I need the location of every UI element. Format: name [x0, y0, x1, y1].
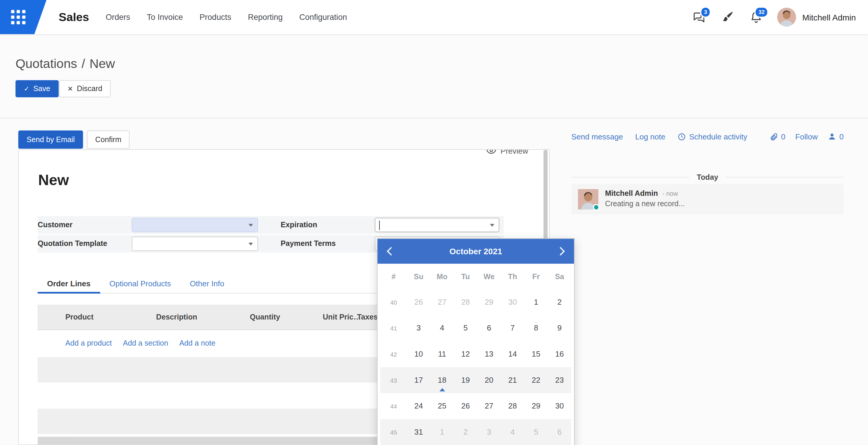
quotation-template-label: Quotation Template: [38, 235, 107, 253]
calendar-day[interactable]: 26: [454, 393, 477, 419]
app-name[interactable]: Sales: [59, 10, 89, 24]
calendar-day[interactable]: 21: [501, 367, 524, 393]
log-note-button[interactable]: Log note: [635, 132, 665, 141]
add-a-note-link[interactable]: Add a note: [179, 339, 216, 347]
menu-to-invoice[interactable]: To Invoice: [147, 13, 183, 22]
calendar-day[interactable]: 6: [548, 419, 571, 445]
form-statusbar: Send by Email Confirm Quotation Quotatio…: [18, 131, 550, 149]
eye-icon: [487, 149, 496, 155]
tab-order-lines[interactable]: Order Lines: [38, 275, 100, 294]
week-number: 45: [380, 429, 407, 435]
user-menu[interactable]: Mitchell Admin: [777, 8, 856, 26]
follow-button[interactable]: Follow: [795, 132, 817, 141]
column-taxes[interactable]: Taxes: [357, 305, 377, 330]
calendar-day[interactable]: 4: [501, 419, 524, 445]
tab-other-info[interactable]: Other Info: [180, 275, 234, 294]
calendar-day[interactable]: 16: [548, 341, 571, 367]
activities-button[interactable]: [720, 9, 735, 25]
schedule-activity-button[interactable]: Schedule activity: [678, 132, 747, 141]
chevron-right-icon[interactable]: [556, 247, 565, 255]
add-a-section-link[interactable]: Add a section: [123, 339, 168, 347]
calendar-day[interactable]: 3: [477, 419, 501, 445]
schedule-activity-label: Schedule activity: [689, 132, 747, 141]
send-message-button[interactable]: Send message: [571, 132, 623, 141]
calendar-day[interactable]: 26: [407, 289, 430, 315]
calendar-day[interactable]: 15: [524, 341, 548, 367]
calendar-day[interactable]: 23: [548, 367, 571, 393]
confirm-button[interactable]: Confirm: [87, 131, 130, 149]
preview-label: Preview: [500, 149, 528, 155]
calendar-day[interactable]: 3: [407, 315, 430, 341]
message-author[interactable]: Mitchell Admin: [605, 189, 658, 197]
calendar-day[interactable]: 19: [454, 367, 477, 393]
dropdown-caret-icon[interactable]: [249, 243, 253, 245]
calendar-day[interactable]: 14: [501, 341, 524, 367]
calendar-day[interactable]: 6: [477, 315, 501, 341]
calendar-day[interactable]: 28: [501, 393, 524, 419]
calendar-day[interactable]: 27: [430, 289, 454, 315]
calendar-day[interactable]: 11: [430, 341, 454, 367]
menu-reporting[interactable]: Reporting: [248, 13, 282, 22]
calendar-day[interactable]: 27: [477, 393, 501, 419]
column-description[interactable]: Description: [156, 305, 197, 330]
calendar-day[interactable]: 24: [407, 393, 430, 419]
calendar-day[interactable]: 20: [477, 367, 501, 393]
calendar-day[interactable]: 1: [524, 289, 548, 315]
calendar-day[interactable]: 2: [548, 289, 571, 315]
weekday-label: We: [477, 272, 501, 281]
quotation-template-field[interactable]: [132, 237, 258, 251]
send-by-email-button[interactable]: Send by Email: [18, 131, 83, 149]
chevron-left-icon[interactable]: [387, 247, 395, 255]
calendar-day[interactable]: 10: [407, 341, 430, 367]
calendar-day[interactable]: 29: [524, 393, 548, 419]
calendar-day[interactable]: 8: [524, 315, 548, 341]
calendar-day[interactable]: 9: [548, 315, 571, 341]
add-a-product-link[interactable]: Add a product: [65, 339, 112, 347]
notifications-button[interactable]: 32: [749, 9, 764, 25]
column-quantity[interactable]: Quantity: [215, 305, 280, 330]
calendar-day[interactable]: 22: [524, 367, 548, 393]
tab-optional-products[interactable]: Optional Products: [100, 275, 181, 294]
menu-products[interactable]: Products: [199, 13, 231, 22]
attachments-button[interactable]: 0: [769, 132, 785, 141]
calendar-day[interactable]: 17: [407, 367, 430, 393]
expiration-field[interactable]: [375, 218, 499, 232]
calendar-day[interactable]: 25: [430, 393, 454, 419]
menu-orders[interactable]: Orders: [106, 13, 130, 22]
weeknum-header: #: [380, 272, 407, 281]
calendar-day[interactable]: 31: [407, 419, 430, 445]
dropdown-caret-icon[interactable]: [490, 224, 494, 227]
datepicker-title[interactable]: October 2021: [450, 246, 502, 256]
calendar-day[interactable]: 7: [501, 315, 524, 341]
messages-button[interactable]: 3: [691, 9, 706, 25]
customer-field[interactable]: [132, 218, 258, 232]
chatter-follow-area: 0 Follow 0: [769, 132, 844, 141]
calendar-day[interactable]: 2: [454, 419, 477, 445]
calendar-day[interactable]: 13: [477, 341, 501, 367]
calendar-day[interactable]: 5: [524, 419, 548, 445]
dropdown-caret-icon[interactable]: [249, 224, 253, 227]
calendar-day[interactable]: 4: [430, 315, 454, 341]
calendar-day[interactable]: 28: [454, 289, 477, 315]
check-icon: ✓: [24, 85, 29, 92]
preview-button[interactable]: Preview: [487, 149, 528, 155]
column-product[interactable]: Product: [65, 305, 94, 330]
calendar-week-row: 45 31 1 2 3 4 5 6: [380, 419, 571, 445]
calendar-day[interactable]: 1: [430, 419, 454, 445]
menu-configuration[interactable]: Configuration: [299, 13, 347, 22]
calendar-day-today[interactable]: 18: [430, 367, 454, 393]
follower-count: 0: [839, 132, 844, 141]
chatter-message: Mitchell Admin - now Creating a new reco…: [571, 184, 844, 214]
calendar-day[interactable]: 30: [501, 289, 524, 315]
discard-button[interactable]: ✕ Discard: [59, 80, 111, 97]
column-unit-price[interactable]: Unit Pric…: [286, 305, 361, 330]
calendar-day[interactable]: 29: [477, 289, 501, 315]
calendar-day[interactable]: 12: [454, 341, 477, 367]
breadcrumb-quotations[interactable]: Quotations: [16, 56, 77, 71]
calendar-day[interactable]: 30: [548, 393, 571, 419]
save-button[interactable]: ✓ Save: [16, 80, 59, 97]
apps-menu-button[interactable]: [0, 0, 46, 34]
followers-button[interactable]: 0: [828, 132, 844, 141]
paperclip-icon: [769, 132, 778, 141]
calendar-day[interactable]: 5: [454, 315, 477, 341]
